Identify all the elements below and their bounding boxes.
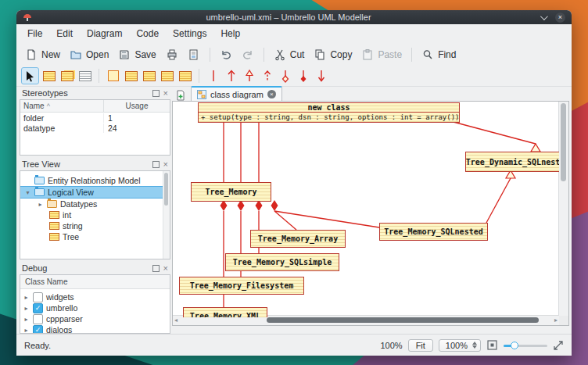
export-image-button[interactable] bbox=[184, 46, 204, 63]
enum-tool[interactable] bbox=[159, 68, 175, 84]
entity-tool[interactable] bbox=[177, 68, 193, 84]
copy-button[interactable]: Copy bbox=[310, 46, 356, 63]
zoom-original-icon bbox=[486, 339, 498, 351]
uml-class-tree-memory-xml[interactable]: Tree_Memory_XML bbox=[183, 307, 267, 317]
package-tool[interactable] bbox=[59, 68, 75, 84]
note-tool[interactable] bbox=[77, 68, 93, 84]
paste-button[interactable]: Paste bbox=[357, 46, 406, 63]
scroll-right-icon[interactable] bbox=[554, 317, 558, 324]
column-header-name[interactable]: Name ^ bbox=[20, 100, 104, 112]
debug-item-widgets[interactable]: widgets bbox=[20, 292, 170, 302]
scroll-left-icon[interactable] bbox=[174, 317, 177, 324]
tab-close-icon[interactable] bbox=[267, 90, 276, 98]
panel-close-icon[interactable] bbox=[163, 89, 168, 97]
panel-float-icon[interactable] bbox=[152, 161, 160, 168]
horizontal-scrollbar-thumb[interactable] bbox=[267, 317, 539, 323]
fit-button[interactable]: Fit bbox=[408, 339, 433, 352]
tree-item-tree[interactable]: Tree bbox=[20, 231, 170, 242]
expander-closed-icon[interactable] bbox=[37, 201, 44, 208]
object-tool[interactable] bbox=[105, 68, 121, 84]
uml-class-tree-dynamic-sqlnest[interactable]: Tree_Dynamic_SQLnest bbox=[465, 152, 559, 172]
zoom-combo[interactable]: 100% bbox=[439, 339, 481, 352]
tree-scrollbar-thumb[interactable] bbox=[164, 173, 168, 206]
vertical-scrollbar[interactable] bbox=[558, 102, 568, 316]
debug-panel-header[interactable]: Debug bbox=[20, 262, 170, 274]
uml-class-tree-memory-filesystem[interactable]: Tree_Memory_Filesystem bbox=[179, 277, 304, 295]
undo-button[interactable] bbox=[216, 46, 236, 63]
panel-close-icon[interactable] bbox=[163, 160, 168, 168]
tree-item-int[interactable]: int bbox=[20, 209, 170, 220]
tree-item-entity-relationship-model[interactable]: Entity Relationship Model bbox=[20, 175, 170, 186]
vertical-scrollbar-thumb[interactable] bbox=[561, 103, 566, 181]
checkbox-unchecked[interactable] bbox=[33, 292, 43, 302]
datatype-tool[interactable] bbox=[141, 68, 157, 84]
checkbox-checked[interactable] bbox=[33, 325, 43, 335]
save-button[interactable]: Save bbox=[114, 46, 160, 63]
association-tool[interactable] bbox=[205, 68, 221, 84]
menu-file[interactable]: File bbox=[21, 27, 48, 41]
column-header-usage[interactable]: Usage bbox=[104, 100, 170, 112]
new-tab-button[interactable] bbox=[174, 89, 188, 101]
composition-tool[interactable] bbox=[295, 68, 311, 84]
titlebar[interactable]: umbrello-uml.xmi – Umbrello UML Modeller bbox=[16, 10, 572, 24]
redo-button[interactable] bbox=[238, 46, 258, 63]
fullscreen-button[interactable] bbox=[553, 340, 564, 351]
table-row[interactable]: folder 1 bbox=[20, 113, 170, 123]
menu-diagram[interactable]: Diagram bbox=[81, 27, 128, 41]
select-arrow-tool[interactable] bbox=[21, 67, 39, 84]
diagram-canvas[interactable]: new_class + setup(type : string, dsn : s… bbox=[173, 102, 559, 317]
tree-item-datatypes[interactable]: Datatypes bbox=[20, 199, 170, 209]
uml-class-new_class[interactable]: new_class + setup(type : string, dsn : s… bbox=[198, 102, 460, 123]
expander-closed-icon[interactable] bbox=[23, 294, 30, 301]
menu-edit[interactable]: Edit bbox=[50, 27, 79, 41]
uni-association-tool[interactable] bbox=[223, 68, 239, 84]
menu-settings[interactable]: Settings bbox=[167, 27, 213, 41]
new-button[interactable]: New bbox=[21, 46, 64, 63]
containment-tool[interactable] bbox=[313, 68, 329, 84]
interface-tool[interactable] bbox=[123, 68, 139, 84]
menu-help[interactable]: Help bbox=[214, 27, 246, 41]
close-window-button[interactable] bbox=[555, 13, 565, 23]
expander-open-icon[interactable] bbox=[24, 189, 31, 196]
zoom-original-button[interactable] bbox=[486, 339, 498, 351]
spinbox-arrows-icon[interactable] bbox=[472, 342, 477, 349]
checkbox-checked[interactable] bbox=[33, 303, 43, 313]
menu-code[interactable]: Code bbox=[130, 27, 165, 41]
panel-float-icon[interactable] bbox=[152, 265, 160, 272]
uml-class-tree-memory-sqlnested[interactable]: Tree_Memory_SQLnested bbox=[379, 223, 488, 241]
checkbox-unchecked[interactable] bbox=[33, 314, 43, 324]
tree-view-panel: Tree View Entity Relationship Model bbox=[20, 158, 170, 259]
slider-handle[interactable] bbox=[511, 342, 518, 349]
panel-close-icon[interactable] bbox=[163, 264, 168, 272]
cut-button[interactable]: Cut bbox=[270, 46, 309, 63]
zoom-slider[interactable] bbox=[504, 340, 547, 351]
tree-item-string[interactable]: string bbox=[20, 220, 170, 231]
menubar: File Edit Diagram Code Settings Help bbox=[16, 24, 572, 43]
expander-closed-icon[interactable] bbox=[23, 327, 30, 334]
class-tool[interactable] bbox=[41, 68, 57, 84]
uml-class-tree-memory-sqlsimple[interactable]: Tree_Memory_SQLsimple bbox=[225, 253, 339, 271]
tree-scrollbar[interactable] bbox=[163, 171, 170, 259]
tree-item-logical-view[interactable]: Logical View bbox=[20, 186, 170, 199]
open-button[interactable]: Open bbox=[66, 46, 113, 63]
tree-view-panel-header[interactable]: Tree View bbox=[20, 158, 170, 170]
generalization-tool[interactable] bbox=[241, 68, 257, 84]
aggregation-tool[interactable] bbox=[277, 68, 293, 84]
find-button[interactable]: Find bbox=[418, 46, 460, 63]
undo-icon bbox=[220, 48, 232, 61]
dependency-tool[interactable] bbox=[259, 68, 275, 84]
expander-closed-icon[interactable] bbox=[23, 316, 30, 323]
uml-class-tree-memory-array[interactable]: Tree_Memory_Array bbox=[250, 230, 346, 248]
panel-float-icon[interactable] bbox=[152, 90, 160, 97]
expander-closed-icon[interactable] bbox=[23, 305, 30, 312]
tab-class-diagram[interactable]: class diagram bbox=[191, 86, 282, 101]
table-row[interactable]: datatype 24 bbox=[20, 123, 170, 133]
debug-item-umbrello[interactable]: umbrello bbox=[20, 302, 170, 313]
debug-item-cppparser[interactable]: cppparser bbox=[20, 313, 170, 324]
diagram-area: class diagram bbox=[172, 87, 569, 334]
uml-class-tree-memory[interactable]: Tree_Memory bbox=[191, 182, 271, 202]
stereotypes-panel-header[interactable]: Stereotypes bbox=[20, 87, 170, 99]
print-button[interactable] bbox=[162, 46, 182, 63]
shade-window-icon[interactable] bbox=[540, 13, 548, 20]
debug-item-dialogs[interactable]: dialogs bbox=[20, 324, 170, 334]
